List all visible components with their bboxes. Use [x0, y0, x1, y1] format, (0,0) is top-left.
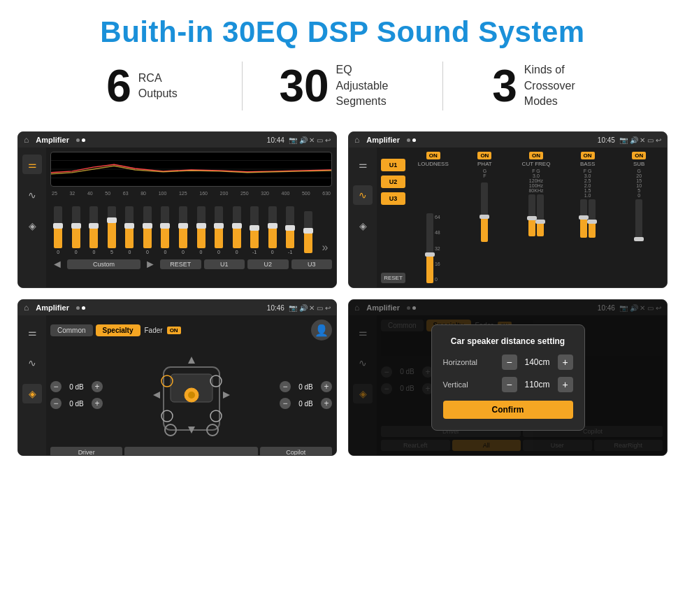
- vol-minus-fl[interactable]: −: [50, 381, 62, 392]
- common-tab[interactable]: Common: [50, 324, 93, 336]
- vertical-plus-btn[interactable]: +: [558, 377, 573, 392]
- distance-dialog: Car speaker distance setting Horizontal …: [431, 324, 585, 431]
- vol-minus-rr[interactable]: −: [280, 398, 291, 409]
- stat-eq-label: EQ AdjustableSegments: [336, 62, 406, 109]
- dot1: [76, 138, 80, 142]
- home-icon-eq: ⌂: [24, 135, 29, 145]
- eq-sidebar: ⚌ ∿ ◈: [18, 148, 46, 287]
- app-name-crossover: Amplifier: [366, 136, 400, 144]
- fader-main: Common Specialty Fader ON 👤: [46, 315, 336, 455]
- sub-label: SUB: [633, 161, 644, 167]
- time-eq: 10:44: [267, 136, 284, 144]
- horizontal-value-group: − 140cm +: [502, 354, 573, 370]
- u1-preset-btn[interactable]: U1: [381, 159, 405, 171]
- freq-labels: 2532 4050 6380 100125 160200 250320 4005…: [50, 191, 332, 196]
- eq-screen-content: ⚌ ∿ ◈: [18, 148, 336, 287]
- phat-on[interactable]: ON: [477, 152, 491, 159]
- cutfreq-label: CUT FREQ: [522, 161, 551, 167]
- sidebar-speaker-icon-f[interactable]: ◈: [22, 384, 42, 403]
- fader-settings-btn[interactable]: 👤: [311, 320, 332, 341]
- driver-btn[interactable]: Driver: [50, 447, 122, 456]
- horizontal-plus-btn[interactable]: +: [558, 354, 573, 370]
- vol-plus-fr[interactable]: +: [321, 381, 332, 392]
- sub-on[interactable]: ON: [632, 152, 646, 159]
- sidebar-eq-icon-f[interactable]: ⚌: [22, 322, 42, 342]
- fader-screen-content: ⚌ ∿ ◈ Common Specialty Fader ON: [18, 315, 336, 455]
- eq-u3-btn[interactable]: U3: [291, 259, 333, 269]
- sidebar-wave-icon-c[interactable]: ∿: [353, 185, 373, 205]
- eq-slider-8: 0: [175, 206, 192, 255]
- u3-preset-btn[interactable]: U3: [381, 192, 405, 205]
- stat-crossover-label: Kinds ofCrossover Modes: [524, 62, 594, 109]
- loudness-on[interactable]: ON: [426, 152, 440, 159]
- sub-slider[interactable]: [635, 199, 642, 241]
- stat-crossover: 3 Kinds ofCrossover Modes: [443, 62, 643, 109]
- vol-plus-rr[interactable]: +: [321, 398, 332, 409]
- vol-minus-rl[interactable]: −: [50, 398, 62, 409]
- home-icon-fader: ⌂: [24, 303, 29, 313]
- sidebar-wave-icon-f[interactable]: ∿: [22, 353, 42, 373]
- specialty-tab[interactable]: Specialty: [96, 324, 140, 336]
- vol-val-fr: 0 dB: [294, 383, 318, 391]
- u2-preset-btn[interactable]: U2: [381, 176, 405, 188]
- channel-loudness: ON LOUDNESS 64 48 32: [410, 152, 457, 283]
- fader-bottom-btns: Driver Copilot: [50, 447, 332, 456]
- channel-sub: ON SUB G20151050: [615, 152, 663, 283]
- confirm-button[interactable]: Confirm: [443, 401, 573, 419]
- vol-row-rr: − 0 dB +: [280, 398, 332, 409]
- cutfreq-on[interactable]: ON: [529, 152, 543, 159]
- eq-slider-6: 0: [140, 206, 156, 255]
- horizontal-minus-btn[interactable]: −: [502, 354, 517, 370]
- vertical-label: Vertical: [443, 380, 468, 389]
- eq-slider-13: 0: [264, 206, 280, 255]
- loudness-slider-l[interactable]: [426, 213, 433, 283]
- eq-slider-7: 0: [157, 206, 173, 255]
- sidebar-speaker-icon-c[interactable]: ◈: [353, 216, 373, 236]
- sidebar-eq-icon-c[interactable]: ⚌: [353, 155, 373, 174]
- eq-slider-11: 0: [229, 206, 245, 255]
- dot2-f: [82, 306, 85, 310]
- dots-crossover: [407, 138, 416, 142]
- loudness-label: LOUDNESS: [418, 161, 449, 167]
- status-bar-eq: ⌂ Amplifier 10:44 📷 🔊 ✕ ▭ ↩: [18, 132, 336, 148]
- eq-custom-btn[interactable]: Custom: [67, 259, 140, 269]
- svg-marker-16: [223, 392, 230, 399]
- screen-eq: ⌂ Amplifier 10:44 📷 🔊 ✕ ▭ ↩ ⚌ ∿ ◈: [17, 131, 337, 288]
- copilot-btn[interactable]: Copilot: [260, 447, 332, 456]
- eq-u2-btn[interactable]: U2: [247, 259, 289, 269]
- eq-nav-bar: ◄ Custom ► RESET U1 U2 U3: [50, 257, 332, 271]
- channel-cutfreq: ON CUT FREQ F G3.0120Hz100Hz80KHz: [512, 152, 560, 283]
- bass-slider-l[interactable]: [580, 199, 587, 238]
- eq-reset-btn[interactable]: RESET: [160, 259, 201, 269]
- right-volumes: − 0 dB + − 0 dB +: [280, 346, 332, 444]
- fader-on-badge[interactable]: ON: [167, 327, 181, 334]
- svg-marker-13: [188, 357, 195, 364]
- eq-slider-5: 0: [122, 206, 138, 255]
- eq-prev-btn[interactable]: ◄: [50, 257, 64, 271]
- stat-rca-number: 6: [106, 64, 131, 108]
- sidebar-wave-icon[interactable]: ∿: [22, 185, 42, 205]
- eq-u1-btn[interactable]: U1: [204, 259, 245, 269]
- vol-minus-fr[interactable]: −: [280, 381, 291, 392]
- screen-crossover: ⌂ Amplifier 10:45 📷 🔊 ✕ ▭ ↩ ⚌ ∿ ◈: [348, 131, 668, 288]
- vol-plus-rl[interactable]: +: [92, 398, 103, 409]
- cutfreq-slider-l[interactable]: [528, 194, 535, 236]
- eq-expand-chevron[interactable]: »: [318, 241, 332, 255]
- page-wrapper: Buith-in 30EQ DSP Sound System 6 RCAOutp…: [0, 0, 685, 456]
- vol-val-rl: 0 dB: [64, 400, 89, 408]
- sidebar-eq-icon[interactable]: ⚌: [22, 155, 42, 174]
- sidebar-speaker-icon[interactable]: ◈: [22, 216, 42, 236]
- cutfreq-slider-r[interactable]: [537, 194, 544, 236]
- eq-slider-9: 0: [193, 206, 209, 255]
- eq-slider-15: [300, 211, 316, 255]
- stats-row: 6 RCAOutputs 30 EQ AdjustableSegments 3 …: [0, 62, 685, 124]
- eq-play-btn[interactable]: ►: [143, 257, 157, 271]
- crossover-reset-btn[interactable]: RESET: [381, 273, 405, 283]
- screen-fader: ⌂ Amplifier 10:46 📷 🔊 ✕ ▭ ↩ ⚌ ∿ ◈: [17, 299, 337, 456]
- phat-slider[interactable]: [481, 182, 488, 242]
- vertical-minus-btn[interactable]: −: [502, 377, 517, 392]
- bass-on[interactable]: ON: [581, 152, 595, 159]
- screen-distance: ⌂ Amplifier 10:46 📷 🔊 ✕ ▭ ↩ ⚌ ∿ ◈: [348, 299, 668, 456]
- bass-slider-r[interactable]: [589, 199, 596, 238]
- vol-plus-fl[interactable]: +: [92, 381, 103, 392]
